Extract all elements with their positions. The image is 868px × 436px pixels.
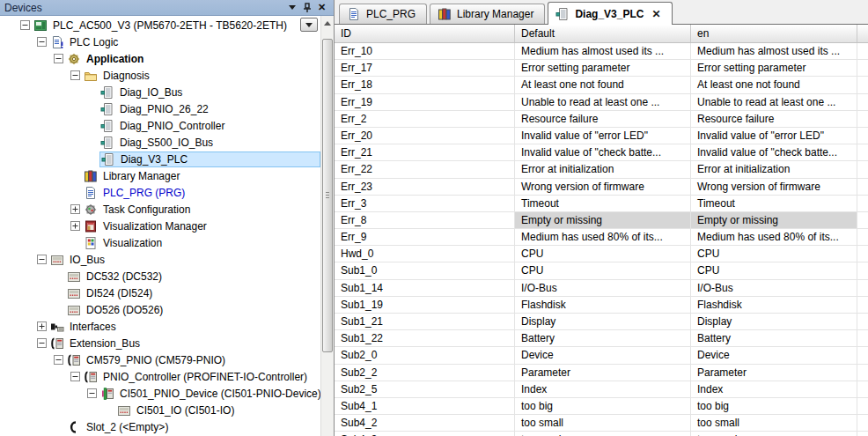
collapse-icon[interactable]	[70, 70, 80, 80]
tree-item-pnio-controller-profinet-io-controller[interactable]: PNIO_Controller (PROFINET-IO-Controller)	[0, 368, 320, 385]
cell-en[interactable]: Invalid value of "check batte...	[691, 144, 857, 160]
textlist-row-sub1-22[interactable]: Sub1_22BatteryBattery	[335, 330, 868, 347]
cell-default[interactable]: Wrong version of firmware	[515, 179, 691, 195]
collapse-icon[interactable]	[37, 37, 47, 47]
close-icon[interactable]: ✕	[314, 1, 329, 14]
cell-en[interactable]: Battery	[691, 330, 857, 346]
cell-default[interactable]: CPU	[515, 246, 691, 262]
cell-default[interactable]: CPU	[515, 262, 691, 278]
cell-en[interactable]: Medium has used 80% of its...	[691, 229, 857, 245]
tab-library-manager[interactable]: Library Manager	[430, 4, 545, 24]
tree-item-diag-io-bus[interactable]: Diag_IO_Bus	[0, 84, 320, 100]
cell-id[interactable]: Err_2	[335, 111, 515, 127]
tab-diag-v3-plc[interactable]: Diag_V3_PLC✕	[548, 2, 672, 25]
cell-id[interactable]: Err_18	[335, 77, 515, 92]
cell-id[interactable]: Sub2_5	[335, 381, 515, 397]
cell-default[interactable]: Parameter	[515, 365, 691, 381]
expand-icon[interactable]	[70, 204, 80, 214]
textlist-row-sub4-3[interactable]: Sub4_3too muchtoo much	[335, 432, 868, 436]
textlist-row-err-19[interactable]: Err_19Unable to read at least one ...Una…	[335, 94, 868, 111]
cell-en[interactable]: Invalid value of "error LED"	[691, 128, 857, 144]
cell-en[interactable]: Empty or missing	[691, 212, 857, 228]
cell-en[interactable]: Flashdisk	[691, 297, 857, 313]
textlist-row-sub2-5[interactable]: Sub2_5IndexIndex	[335, 381, 868, 398]
tree-item-dc532-dc532[interactable]: DC532 (DC532)	[0, 268, 320, 285]
cell-default[interactable]: Flashdisk	[515, 297, 691, 313]
cell-default[interactable]: too big	[515, 398, 691, 414]
tree-item-cm579-pnio-cm579-pnio[interactable]: CM579_PNIO (CM579-PNIO)	[0, 351, 320, 368]
cell-default[interactable]: Error setting parameter	[515, 60, 691, 76]
cell-id[interactable]: Err_19	[335, 94, 515, 110]
cell-id[interactable]: Hwd_0	[335, 246, 515, 262]
cell-default[interactable]: too small	[515, 415, 691, 431]
cell-default[interactable]: too much	[515, 432, 691, 436]
cell-en[interactable]: Device	[691, 347, 857, 363]
tree-item-slot-2-empty[interactable]: Slot_2 (<Empty>)	[0, 418, 320, 435]
cell-en[interactable]: Wrong version of firmware	[691, 179, 857, 195]
device-switch-dropdown[interactable]	[300, 18, 318, 32]
expand-icon[interactable]	[70, 221, 80, 231]
collapse-icon[interactable]	[20, 20, 30, 30]
textlist-row-sub1-19[interactable]: Sub1_19FlashdiskFlashdisk	[335, 297, 868, 314]
cell-id[interactable]: Sub1_21	[335, 314, 515, 329]
cell-id[interactable]: Err_3	[335, 196, 515, 211]
tree-item-plc-prg-prg[interactable]: PLC_PRG (PRG)	[0, 184, 320, 201]
cell-id[interactable]: Sub4_1	[335, 398, 515, 414]
collapse-icon[interactable]	[37, 255, 47, 264]
cell-default[interactable]: Index	[515, 381, 691, 397]
collapse-icon[interactable]	[54, 54, 63, 63]
collapse-icon[interactable]	[54, 355, 63, 365]
tree-item-diag-s500-io-bus[interactable]: Diag_S500_IO_Bus	[0, 134, 320, 151]
cell-id[interactable]: Sub1_14	[335, 280, 515, 296]
scroll-up-button[interactable]	[321, 16, 334, 30]
textlist-row-err-3[interactable]: Err_3TimeoutTimeout	[335, 196, 868, 212]
tree-item-library-manager[interactable]: Library Manager	[0, 167, 320, 184]
cell-id[interactable]: Sub1_0	[335, 262, 515, 278]
textlist-row-err-9[interactable]: Err_9Medium has used 80% of its...Medium…	[335, 229, 868, 246]
pin-icon[interactable]	[299, 1, 314, 14]
tab-plc-prg[interactable]: PLC_PRG	[339, 4, 427, 24]
cell-default[interactable]: At least one not found	[515, 77, 691, 92]
collapse-icon[interactable]	[87, 388, 97, 398]
cell-id[interactable]: Sub4_2	[335, 415, 515, 431]
cell-default[interactable]: Invalid value of "check batte...	[515, 144, 691, 160]
textlist-row-err-20[interactable]: Err_20Invalid value of "error LED"Invali…	[335, 128, 868, 144]
textlist-row-sub4-2[interactable]: Sub4_2too smalltoo small	[335, 415, 868, 432]
textlist-row-err-10[interactable]: Err_10Medium has almost used its ...Medi…	[335, 43, 868, 60]
cell-en[interactable]: Error at initialization	[691, 161, 857, 177]
cell-en[interactable]: Resource failure	[691, 111, 857, 127]
textlist-row-sub2-2[interactable]: Sub2_2ParameterParameter	[335, 365, 868, 381]
textlist-row-err-21[interactable]: Err_21Invalid value of "check batte...In…	[335, 144, 868, 161]
tree-item-plc-logic[interactable]: PLC Logic	[0, 33, 320, 50]
tree-item-diag-v3-plc[interactable]: Diag_V3_PLC	[0, 151, 320, 167]
tab-close-icon[interactable]: ✕	[651, 9, 660, 19]
scrollbar-thumb[interactable]	[322, 39, 333, 352]
textlist-row-err-18[interactable]: Err_18At least one not foundAt least one…	[335, 77, 868, 93]
textlist-row-sub1-14[interactable]: Sub1_14I/O-BusI/O-Bus	[335, 280, 868, 297]
cell-en[interactable]: CPU	[691, 246, 857, 262]
cell-id[interactable]: Sub1_22	[335, 330, 515, 346]
cell-id[interactable]: Sub2_2	[335, 365, 515, 381]
column-header-id[interactable]: ID	[335, 25, 515, 42]
textlist-row-err-8[interactable]: Err_8Empty or missingEmpty or missing	[335, 212, 868, 229]
tree-item-ci501-pnio-device-ci501-pnio-device[interactable]: CI501_PNIO_Device (CI501-PNIO-Device)	[0, 385, 320, 402]
tree-item-visualization[interactable]: Visualization	[0, 234, 320, 251]
expand-icon[interactable]	[37, 321, 47, 331]
textlist-row-sub1-21[interactable]: Sub1_21DisplayDisplay	[335, 314, 868, 330]
tree-item-io-bus[interactable]: IO_Bus	[0, 251, 320, 268]
cell-en[interactable]: Display	[691, 314, 857, 329]
textlist-row-sub4-1[interactable]: Sub4_1too bigtoo big	[335, 398, 868, 415]
tree-item-diagnosis[interactable]: Diagnosis	[0, 67, 320, 84]
cell-en[interactable]: Parameter	[691, 365, 857, 381]
cell-id[interactable]: Err_23	[335, 179, 515, 195]
tree-item-interfaces[interactable]: Interfaces	[0, 318, 320, 335]
cell-id[interactable]: Sub2_0	[335, 347, 515, 363]
tree-item-do526-do526[interactable]: DO526 (DO526)	[0, 301, 320, 318]
cell-default[interactable]: Medium has used 80% of its...	[515, 229, 691, 245]
cell-default[interactable]: Medium has almost used its ...	[515, 43, 691, 59]
tree-item-diag-pnio-26-22[interactable]: Diag_PNIO_26_22	[0, 100, 320, 117]
tree-item-di524-di524[interactable]: DI524 (DI524)	[0, 285, 320, 301]
cell-default[interactable]: Error at initialization	[515, 161, 691, 177]
cell-en[interactable]: too much	[691, 432, 857, 436]
tree-item-diag-pnio-controller[interactable]: Diag_PNIO_Controller	[0, 117, 320, 134]
